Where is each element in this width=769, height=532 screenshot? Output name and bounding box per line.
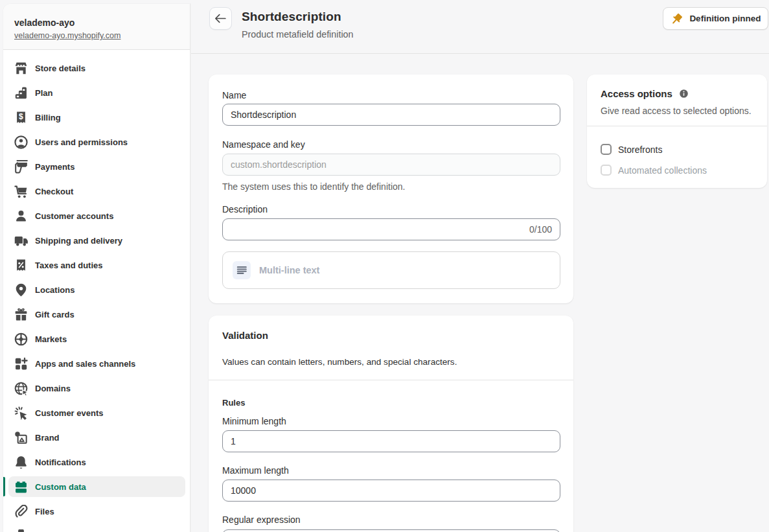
svg-text:$: $	[19, 111, 23, 121]
